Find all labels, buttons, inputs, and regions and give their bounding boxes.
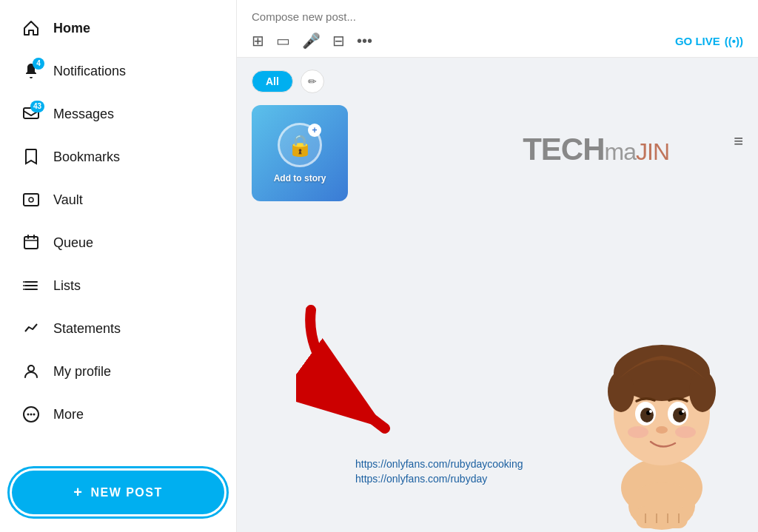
sidebar-label-more: More: [53, 407, 84, 422]
story-card[interactable]: 🔒 + Add to story: [252, 105, 348, 201]
notifications-icon: 4: [21, 61, 41, 81]
svg-rect-1: [24, 194, 38, 206]
sidebar-label-messages: Messages: [53, 107, 114, 122]
media-icon[interactable]: ⊟: [332, 32, 345, 50]
link-1[interactable]: https://onlyfans.com/rubydaycooking: [355, 458, 523, 470]
new-post-button[interactable]: + NEW POST: [12, 471, 224, 514]
sidebar-item-lists[interactable]: Lists: [6, 265, 230, 306]
svg-point-10: [23, 281, 24, 283]
more-icon: [21, 404, 41, 425]
filter-edit-button[interactable]: ✏: [301, 70, 324, 93]
story-lock-icon: 🔒 +: [278, 123, 322, 167]
link-2[interactable]: https://onlyfans.com/rubyday: [355, 473, 523, 485]
brand-jin: JIN: [636, 138, 669, 165]
home-icon: [21, 18, 41, 38]
sidebar-label-my_profile: My profile: [53, 364, 111, 380]
compose-bar: ⊞ ▭ 🎤 ⊟ ••• GO LIVE ((•)): [237, 0, 758, 58]
brand-logo: TECHmaJIN: [523, 132, 669, 167]
messages-icon: 43: [21, 104, 41, 124]
sidebar-item-queue[interactable]: Queue: [6, 222, 230, 263]
go-live-button[interactable]: GO LIVE ((•)): [675, 35, 743, 47]
svg-point-13: [28, 366, 34, 371]
svg-rect-36: [636, 506, 688, 528]
compose-input[interactable]: [252, 10, 743, 23]
svg-rect-3: [24, 237, 38, 249]
sidebar-item-notifications[interactable]: 4Notifications: [6, 50, 230, 92]
sidebar-item-home[interactable]: Home: [6, 7, 230, 49]
lists-icon: [21, 275, 41, 296]
go-live-label: GO LIVE: [675, 35, 720, 47]
sort-icon-area[interactable]: ≡: [734, 132, 743, 151]
svg-point-2: [29, 198, 33, 202]
svg-point-11: [23, 285, 24, 286]
new-post-label: NEW POST: [90, 486, 162, 499]
sidebar-item-bookmarks[interactable]: Bookmarks: [6, 136, 230, 178]
sidebar-label-queue: Queue: [53, 235, 93, 251]
brand-tech: TECH: [523, 132, 604, 166]
svg-point-34: [675, 426, 696, 438]
live-wave-icon: ((•)): [725, 35, 743, 47]
sidebar-item-messages[interactable]: 43Messages: [6, 93, 230, 135]
svg-point-33: [628, 426, 648, 438]
sidebar: Home4Notifications43MessagesBookmarksVau…: [0, 0, 237, 532]
story-plus-icon: +: [308, 124, 321, 137]
svg-point-26: [640, 408, 654, 422]
svg-point-12: [23, 289, 24, 290]
svg-point-30: [649, 410, 652, 413]
filter-all-button[interactable]: All: [252, 70, 293, 92]
red-arrow: [296, 295, 415, 443]
svg-point-17: [33, 414, 36, 416]
sidebar-label-lists: Lists: [53, 278, 81, 294]
svg-point-16: [30, 414, 33, 416]
mic-icon[interactable]: 🎤: [302, 32, 321, 50]
queue-icon: [21, 232, 41, 253]
image-icon[interactable]: ⊞: [252, 32, 264, 50]
filter-row: All ✏: [252, 70, 743, 93]
statements-icon: [21, 318, 41, 339]
my_profile-icon: [21, 361, 41, 382]
sidebar-label-bookmarks: Bookmarks: [53, 149, 120, 165]
bookmarks-icon: [21, 147, 41, 167]
sidebar-item-statements[interactable]: Statements: [6, 308, 230, 349]
sidebar-label-notifications: Notifications: [53, 64, 126, 79]
sidebar-item-my_profile[interactable]: My profile: [6, 351, 230, 392]
vault-icon: [21, 189, 41, 210]
sidebar-item-vault[interactable]: Vault: [6, 179, 230, 220]
sidebar-label-vault: Vault: [53, 192, 83, 208]
compose-actions: ⊞ ▭ 🎤 ⊟ ••• GO LIVE ((•)): [252, 32, 743, 57]
links-section: https://onlyfans.com/rubydaycooking http…: [355, 458, 523, 488]
plus-icon: +: [73, 484, 83, 501]
sidebar-label-home: Home: [53, 21, 90, 36]
cartoon-character: [580, 295, 743, 532]
story-label: Add to story: [274, 173, 326, 183]
svg-point-31: [682, 410, 685, 413]
feed: All ✏ 🔒 + Add to story TECHmaJIN ≡: [237, 58, 758, 532]
video-icon[interactable]: ▭: [276, 32, 290, 50]
main-content: ⊞ ▭ 🎤 ⊟ ••• GO LIVE ((•)) All ✏ 🔒 + Add …: [237, 0, 758, 532]
more-options-icon[interactable]: •••: [357, 33, 372, 50]
svg-point-27: [673, 408, 686, 422]
svg-point-32: [656, 426, 668, 434]
brand-ma: ma: [605, 138, 636, 165]
sidebar-label-statements: Statements: [53, 321, 121, 337]
sidebar-item-more[interactable]: More: [6, 394, 230, 435]
svg-point-15: [27, 414, 30, 416]
